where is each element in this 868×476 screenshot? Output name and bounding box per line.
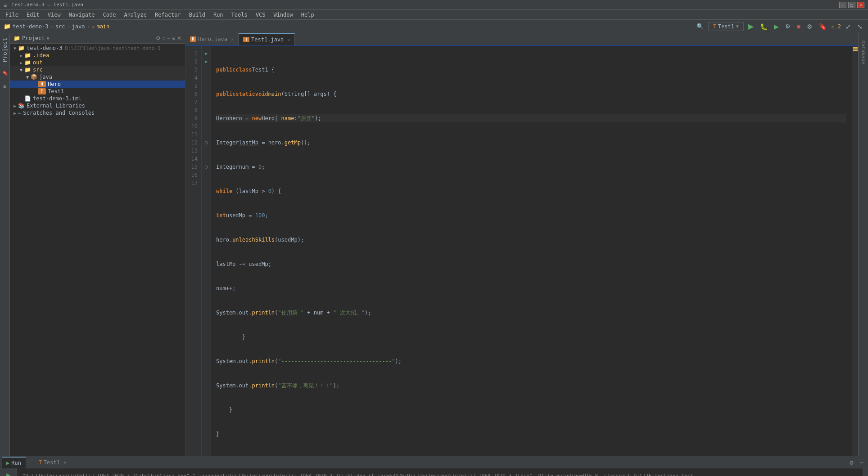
settings-icon[interactable]: ⚙ (847, 459, 856, 466)
debug-button[interactable]: 🐛 (758, 22, 769, 31)
right-sidebar: Database (858, 33, 868, 456)
tree-idea[interactable]: ▶ 📁 .idea (10, 52, 185, 59)
minimize-panel-icon[interactable]: − (857, 459, 866, 466)
tree-java[interactable]: ▼ 📦 java (10, 73, 185, 81)
file-tree: ▼ 📁 test-demo-3 D:\JJFiles\java-test\tes… (10, 44, 185, 456)
gutter-run-1[interactable]: ▶ (202, 49, 211, 58)
menu-edit[interactable]: Edit (23, 11, 43, 19)
tree-scratches[interactable]: ▶ ✏ Scratches and Consoles (10, 109, 185, 117)
menu-view[interactable]: View (44, 11, 64, 19)
tab-test1-close[interactable]: ✕ (287, 37, 290, 42)
run-tab-label: Run (11, 460, 21, 466)
tree-hero-label: Hero (48, 81, 61, 87)
hero-tab-icon: H (190, 36, 196, 42)
tree-out[interactable]: ▶ 📁 out (10, 59, 185, 66)
close-button[interactable]: ✕ (857, 2, 864, 8)
tab-hero[interactable]: H Hero.java ✕ (185, 33, 239, 45)
tree-src[interactable]: ▼ 📁 src (10, 66, 185, 73)
panel-close-btn[interactable]: ✕ (177, 35, 181, 41)
code-line-13: System.out.println("--------------------… (216, 357, 846, 365)
bookmark-button[interactable]: 🔖 (817, 22, 828, 31)
tree-test1-label: Test1 (48, 88, 64, 94)
run-tab-icon: ▶ (6, 460, 9, 466)
code-line-15: } (216, 406, 846, 414)
menu-analyze[interactable]: Analyze (120, 11, 150, 19)
code-line-4: Integer lastMp = hero.getMp(); (216, 139, 846, 147)
menu-window[interactable]: Window (270, 11, 296, 19)
tab-hero-close[interactable]: ✕ (231, 37, 234, 42)
profile-button[interactable]: ⚙ (783, 22, 792, 31)
code-line-17 (216, 454, 846, 456)
java-icon-hero: H (38, 81, 46, 87)
settings-button[interactable]: ⚙ (805, 22, 814, 31)
menu-navigate[interactable]: Navigate (65, 11, 99, 19)
menu-run[interactable]: Run (210, 11, 227, 19)
run-config-selector[interactable]: T Test1 ▼ (708, 22, 744, 31)
stop-button[interactable]: ■ (795, 22, 802, 31)
toolbar-actions: 🔍 T Test1 ▼ ▶ 🐛 ▶ ⚙ ■ ⚙ 🔖 ⚠ 2 ⤢ ⤡ (695, 21, 864, 31)
panel-collapse-btn[interactable]: − (167, 35, 170, 41)
panel-config-btn[interactable]: ⚙ (156, 35, 161, 41)
code-line-9: lastMp -= usedMp; (216, 260, 846, 268)
tree-iml[interactable]: 📄 test-demo-3.iml (10, 95, 185, 102)
run-coverage-button[interactable]: ▶ (772, 22, 781, 31)
tree-root[interactable]: ▼ 📁 test-demo-3 D:\JJFiles\java-test\tes… (10, 45, 185, 52)
warning-mark-2 (853, 49, 858, 51)
breadcrumb-main: main (96, 23, 109, 30)
code-editor[interactable]: 1 2 3 4 5 6 7 8 9 10 11 12 13 14 15 16 1… (185, 46, 858, 456)
test1-tab-icon: T (243, 37, 249, 42)
tree-arrow-root: ▼ (12, 46, 18, 51)
panel-sync-btn[interactable]: ↕ (163, 35, 165, 41)
project-icon[interactable]: Project (0, 35, 9, 65)
toolbar: 📁 test-demo-3 › src › java › ☕ main 🔍 T … (0, 20, 868, 33)
bottom-tab-run[interactable]: ▶ Run (2, 457, 26, 468)
code-content[interactable]: public class Test1 { public static void … (211, 46, 852, 456)
scratches-icon: ✏ (18, 110, 21, 116)
code-line-16: } (216, 430, 846, 438)
bottom-tab-bar: ▶ Run | T Test1 ✕ ⚙ − (0, 457, 868, 468)
tree-test1[interactable]: T Test1 (10, 88, 185, 95)
collapse-button[interactable]: ⤡ (855, 22, 864, 31)
menu-vcs[interactable]: VCS (252, 11, 269, 19)
left-sidebar-icons: Project 🔖 ≡ (0, 33, 10, 456)
gutter-close-12[interactable]: ○ (202, 139, 211, 147)
menu-code[interactable]: Code (99, 11, 120, 19)
tree-ext-libs[interactable]: ▶ 📚 External Libraries (10, 102, 185, 109)
code-line-6: while (lastMp > 0) { (216, 187, 846, 195)
code-line-2: public static void main(String[] args) { (216, 90, 846, 98)
folder-icon: 📁 (24, 67, 31, 73)
panel-gear-btn[interactable]: ≡ (172, 35, 175, 41)
bookmark-side-icon[interactable]: 🔖 (1, 69, 9, 78)
menu-build[interactable]: Build (185, 11, 209, 19)
test1-tab-close[interactable]: ✕ (63, 460, 66, 465)
breadcrumb: 📁 test-demo-3 › src › java › ☕ main (4, 23, 109, 30)
gutter-close-15[interactable]: ○ (202, 163, 211, 171)
tree-idea-label: .idea (33, 52, 49, 58)
tree-ext-label: External Libraries (27, 103, 85, 109)
tree-hero[interactable]: H Hero (10, 81, 185, 88)
expand-button[interactable]: ⤢ (844, 22, 853, 31)
iml-icon: 📄 (24, 95, 31, 102)
minimize-button[interactable]: — (839, 2, 846, 8)
tree-arrow-scratches: ▶ (12, 111, 18, 116)
menu-help[interactable]: Help (298, 11, 318, 19)
maximize-button[interactable]: □ (848, 2, 855, 8)
database-icon[interactable]: Database (859, 37, 867, 68)
code-line-1: public class Test1 { (216, 66, 846, 74)
menu-refactor[interactable]: Refactor (151, 11, 185, 19)
tree-out-label: out (33, 59, 43, 66)
tab-sep-1: | (28, 459, 32, 466)
search-everywhere-button[interactable]: 🔍 (695, 22, 705, 31)
run-scrollbar[interactable] (863, 468, 868, 476)
bottom-tab-test1-label[interactable]: T Test1 ✕ (34, 457, 71, 468)
run-panel: ▶ ■ ⤢ 📌 ↓ ↩ 🗑 "D:\JJFiles\app\IntelliJ I… (0, 468, 868, 476)
menu-file[interactable]: File (2, 11, 22, 19)
run-button[interactable]: ▶ (746, 21, 755, 31)
gutter-run-2[interactable]: ▶ (202, 58, 211, 66)
structure-icon[interactable]: ≡ (2, 82, 7, 91)
tab-test1[interactable]: T Test1.java ✕ (239, 33, 295, 45)
rerun-button[interactable]: ▶ (6, 471, 10, 476)
folder-icon: 📁 (18, 45, 25, 51)
bottom-section: ▶ Run | T Test1 ✕ ⚙ − ▶ ■ ⤢ 📌 ↓ ↩ 🗑 "D:\… (0, 456, 868, 476)
menu-tools[interactable]: Tools (228, 11, 251, 19)
